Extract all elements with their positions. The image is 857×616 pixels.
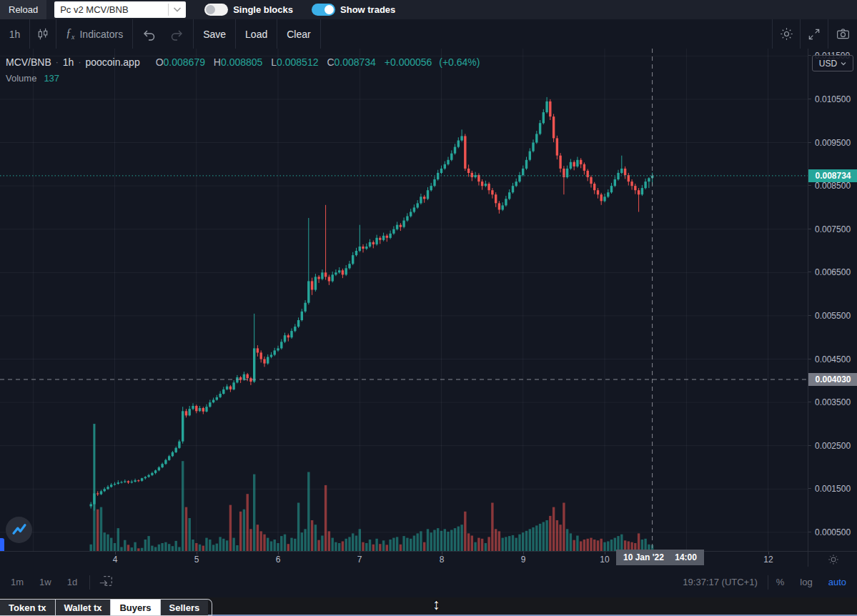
tab-sellers[interactable]: Sellers: [161, 600, 209, 615]
indicators-button[interactable]: ƒx Indicators: [56, 19, 132, 49]
legend-symbol[interactable]: MCV/BNB: [6, 56, 51, 68]
single-blocks-toggle[interactable]: [204, 4, 228, 16]
volume-bar: [222, 539, 224, 551]
grid-layer: [0, 49, 808, 551]
crosshair-price-badge: 0.004030: [808, 373, 857, 386]
tradingview-logo-button[interactable]: [6, 517, 32, 543]
tab-wallet-tx[interactable]: Wallet tx: [56, 600, 112, 615]
volume-bar: [460, 525, 462, 551]
candle-body: [110, 485, 112, 487]
log-scale-button[interactable]: log: [792, 577, 820, 587]
screenshot-button[interactable]: [828, 19, 857, 49]
volume-bar: [247, 494, 249, 551]
candle-body: [96, 493, 99, 494]
volume-bar: [267, 538, 269, 551]
volume-bar: [576, 536, 578, 552]
reload-button[interactable]: Reload: [0, 0, 46, 19]
show-trades-toggle[interactable]: [312, 4, 335, 16]
tab-token-tx[interactable]: Token tx: [0, 600, 56, 615]
candle-body: [161, 464, 163, 467]
candle-body: [348, 264, 350, 268]
range-1w-button[interactable]: 1w: [31, 577, 59, 587]
candle-body: [144, 477, 147, 478]
candle-body: [270, 355, 272, 357]
tab-buyers[interactable]: Buyers: [111, 600, 160, 615]
price-tick-label: 0.000500: [808, 527, 857, 537]
volume-bar: [304, 529, 306, 551]
candle-body: [471, 173, 473, 177]
candle-body: [402, 221, 405, 227]
range-1m-button[interactable]: 1m: [3, 577, 31, 587]
candle-body: [114, 484, 116, 485]
candle-body: [164, 460, 167, 465]
candle-body: [199, 408, 201, 411]
candle-body: [392, 229, 395, 234]
volume-bar: [485, 543, 487, 551]
volume-bar: [257, 525, 259, 551]
legend-platform: poocoin.app: [85, 56, 139, 68]
time-tick-label: 12: [763, 555, 773, 565]
volume-bar: [427, 529, 429, 551]
volume-bar: [440, 531, 442, 551]
percent-scale-button[interactable]: %: [768, 577, 793, 587]
volume-bar: [597, 540, 599, 551]
volume-bar: [410, 539, 412, 551]
candle-body: [495, 194, 497, 203]
volume-bar: [375, 539, 377, 551]
candle-body: [124, 481, 126, 482]
fullscreen-button[interactable]: [801, 19, 828, 49]
volume-bar: [491, 503, 493, 552]
load-button[interactable]: Load: [236, 19, 277, 49]
candle-body: [614, 179, 616, 186]
candle-body: [355, 251, 357, 255]
time-axis[interactable]: 456789101112 10 Jan '22 14:00: [0, 551, 808, 567]
chart-style-button[interactable]: [30, 19, 56, 49]
candle-body: [274, 350, 276, 354]
volume-bar: [600, 539, 603, 551]
candle-body: [583, 164, 585, 171]
volume-bar: [474, 542, 476, 551]
save-button[interactable]: Save: [194, 19, 235, 49]
volume-bar: [457, 527, 460, 551]
time-tick-label: 9: [521, 555, 526, 565]
left-edge-accent: [0, 538, 4, 551]
candle-body: [379, 238, 381, 240]
goto-date-button[interactable]: [90, 573, 122, 591]
volume-bar: [423, 542, 425, 551]
volume-bar: [447, 532, 449, 551]
pair-select[interactable]: Pc v2 MCV/BNB: [54, 1, 186, 18]
volume-bar: [396, 537, 398, 551]
show-trades-toggle-group: Show trades: [312, 4, 395, 16]
candle-body: [229, 387, 232, 389]
volume-bar: [158, 545, 160, 551]
currency-selector[interactable]: USD: [812, 55, 853, 71]
candle-body: [117, 482, 119, 484]
range-1d-button[interactable]: 1d: [59, 577, 85, 587]
settings-button[interactable]: [773, 19, 800, 49]
candle-body: [335, 272, 337, 274]
candle-body: [304, 303, 306, 312]
resize-handle[interactable]: ↕: [432, 596, 440, 613]
axis-settings-corner[interactable]: [808, 551, 857, 567]
clock[interactable]: 19:37:17 (UTC+1): [673, 577, 767, 587]
volume-bar: [389, 540, 391, 551]
clear-button[interactable]: Clear: [277, 19, 319, 49]
volume-bar: [127, 545, 129, 551]
candle-body: [307, 281, 309, 302]
candle-body: [189, 409, 191, 415]
undo-button[interactable]: [133, 19, 163, 49]
volume-bar: [543, 522, 545, 552]
volume-bar: [307, 472, 309, 552]
volume-bar: [365, 543, 367, 551]
redo-button[interactable]: [163, 19, 193, 49]
candle-body: [512, 186, 514, 192]
volume-bar: [270, 542, 272, 552]
volume-bar: [294, 539, 296, 551]
chart-pane[interactable]: MCV/BNB · 1h · poocoin.app O0.008679 H0.…: [0, 49, 808, 551]
candle-body: [294, 327, 296, 331]
interval-button[interactable]: 1h: [0, 19, 29, 49]
volume-bar: [450, 530, 452, 552]
price-axis[interactable]: 0.0115000.0105000.0095000.0085000.007500…: [808, 49, 857, 551]
auto-scale-button[interactable]: auto: [821, 577, 854, 587]
volume-bar: [417, 533, 419, 551]
